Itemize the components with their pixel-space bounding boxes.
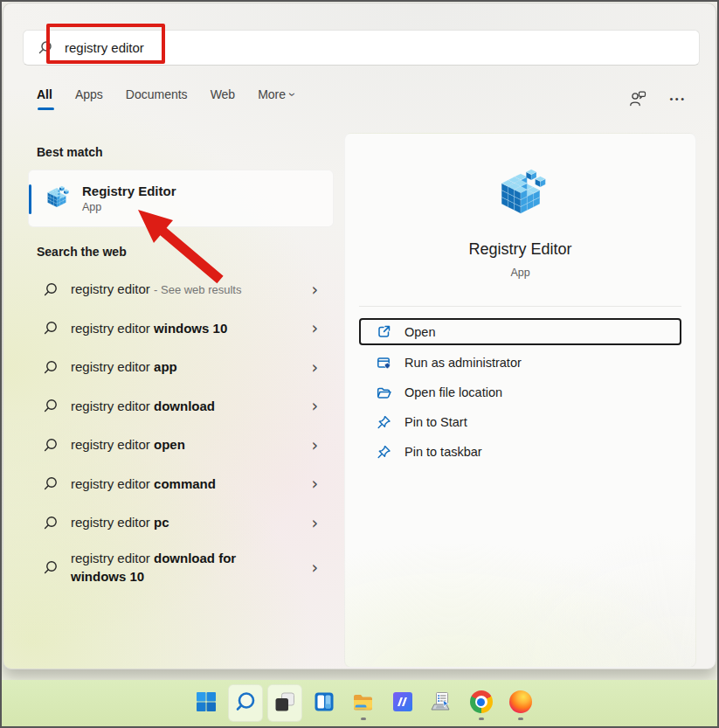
actions-list: Open Run as administrator Open file — [359, 318, 681, 467]
tab-documents[interactable]: Documents — [126, 87, 188, 110]
suggestion-text: registry editor command — [71, 475, 216, 493]
action-label: Pin to Start — [404, 415, 467, 429]
details-subtitle: App — [345, 267, 695, 279]
running-indicator-dot — [518, 718, 523, 720]
search-flyout-panel: All Apps Documents Web More› ••• Best ma… — [3, 3, 716, 669]
more-options-button[interactable]: ••• — [667, 87, 689, 110]
tab-apps-label: Apps — [75, 87, 103, 101]
overlapping-squares-icon — [273, 690, 296, 713]
running-indicator-dot — [361, 718, 366, 720]
search-bar — [23, 30, 700, 66]
window-shield-icon — [376, 355, 392, 371]
m-app-button[interactable] — [385, 684, 420, 722]
search-filter-tabs: All Apps Documents Web More› — [37, 87, 295, 110]
chevron-right-icon: › — [311, 515, 325, 531]
action-label: Pin to taskbar — [404, 445, 482, 459]
magnifier-icon — [43, 438, 58, 453]
suggestion-text: registry editor - See web results — [71, 281, 241, 298]
magnifier-icon — [43, 282, 58, 297]
suggestion-row[interactable]: registry editor windows 10 › — [28, 309, 334, 349]
best-match-heading: Best match — [37, 145, 102, 159]
windows-search-screen: All Apps Documents Web More› ••• Best ma… — [0, 0, 719, 728]
suggestion-row[interactable]: registry editor download for windows 10 … — [28, 543, 334, 593]
file-explorer-button[interactable] — [346, 684, 381, 722]
action-open-file-location[interactable]: Open file location — [359, 378, 681, 407]
chevron-right-icon: › — [311, 559, 325, 576]
search-taskbar-button[interactable] — [228, 684, 263, 722]
magnifier-icon — [43, 560, 58, 575]
suggestion-row[interactable]: registry editor download › — [28, 387, 334, 426]
magnifier-icon — [43, 476, 58, 491]
best-match-subtitle: App — [82, 201, 176, 213]
tab-more-label: More — [258, 87, 286, 101]
selection-indicator — [29, 184, 31, 214]
action-open[interactable]: Open — [359, 318, 681, 345]
magnifier-icon — [43, 399, 58, 413]
chevron-right-icon: › — [311, 320, 325, 336]
pushpin-icon — [376, 444, 392, 461]
search-input[interactable] — [65, 40, 589, 55]
best-match-title: Registry Editor — [82, 184, 176, 198]
chrome-button[interactable] — [464, 684, 499, 722]
taskbar — [2, 680, 717, 726]
chevron-right-icon: › — [311, 437, 325, 454]
person-chat-icon — [629, 91, 646, 107]
magnifier-icon — [43, 360, 58, 375]
chevron-right-icon: › — [311, 281, 325, 298]
magnifier-icon — [43, 321, 58, 336]
suggestion-text: registry editor download for windows 10 — [71, 550, 289, 586]
suggestion-text: registry editor download — [71, 398, 215, 415]
tab-more[interactable]: More› — [258, 87, 295, 110]
registry-editor-icon-large — [491, 165, 550, 225]
suggestion-text: registry editor pc — [71, 514, 169, 531]
action-run-as-administrator[interactable]: Run as administrator — [359, 348, 681, 378]
chevron-down-icon: › — [286, 93, 300, 97]
start-button[interactable] — [189, 684, 224, 722]
running-indicator-dot — [479, 718, 484, 720]
details-title: Registry Editor — [345, 240, 695, 259]
search-icon — [38, 40, 52, 55]
folder-open-icon — [376, 385, 392, 401]
suggestion-row[interactable]: registry editor - See web results › — [28, 270, 334, 309]
tab-web-label: Web — [211, 87, 236, 101]
suggestion-row[interactable]: registry editor pc › — [28, 503, 334, 543]
ellipsis-icon: ••• — [669, 94, 686, 104]
chevron-right-icon: › — [311, 359, 325, 376]
action-label: Run as administrator — [404, 356, 522, 370]
windows-logo-icon — [195, 690, 218, 713]
purple-m-logo-icon — [391, 690, 414, 713]
tab-all[interactable]: All — [37, 87, 52, 110]
firefox-button[interactable] — [503, 684, 538, 722]
widgets-button[interactable] — [307, 684, 342, 722]
feedback-button[interactable] — [626, 87, 649, 110]
firefox-icon — [509, 690, 532, 713]
blue-window-icon — [313, 690, 335, 713]
suggestion-text: registry editor windows 10 — [71, 320, 227, 337]
web-search-heading: Search the web — [37, 245, 127, 259]
suggestion-row[interactable]: registry editor app › — [28, 348, 334, 387]
pushpin-icon — [376, 414, 392, 431]
action-label: Open file location — [404, 385, 502, 399]
task-view-button[interactable] — [267, 684, 302, 722]
laptop-checklist-icon — [430, 690, 453, 714]
suggestion-row[interactable]: registry editor command › — [28, 465, 334, 504]
action-pin-to-taskbar[interactable]: Pin to taskbar — [359, 437, 681, 467]
tab-documents-label: Documents — [126, 87, 188, 101]
chrome-icon — [470, 690, 493, 713]
chevron-right-icon: › — [311, 398, 325, 414]
action-label: Open — [404, 325, 435, 339]
action-pin-to-start[interactable]: Pin to Start — [359, 407, 681, 437]
details-panel: Registry Editor App Open — [344, 133, 696, 668]
tab-all-label: All — [37, 87, 52, 101]
support-tool-button[interactable] — [425, 684, 460, 722]
folder-icon — [351, 690, 375, 714]
registry-editor-icon — [43, 184, 71, 212]
open-external-icon — [376, 323, 392, 340]
tab-apps[interactable]: Apps — [75, 87, 103, 110]
chevron-right-icon: › — [311, 475, 325, 492]
tab-web[interactable]: Web — [211, 87, 236, 110]
best-match-item[interactable]: Registry Editor App — [28, 170, 334, 227]
suggestion-row[interactable]: registry editor open › — [28, 426, 334, 465]
magnifier-icon — [43, 516, 58, 530]
web-suggestions-list: registry editor - See web results › regi… — [28, 270, 334, 593]
